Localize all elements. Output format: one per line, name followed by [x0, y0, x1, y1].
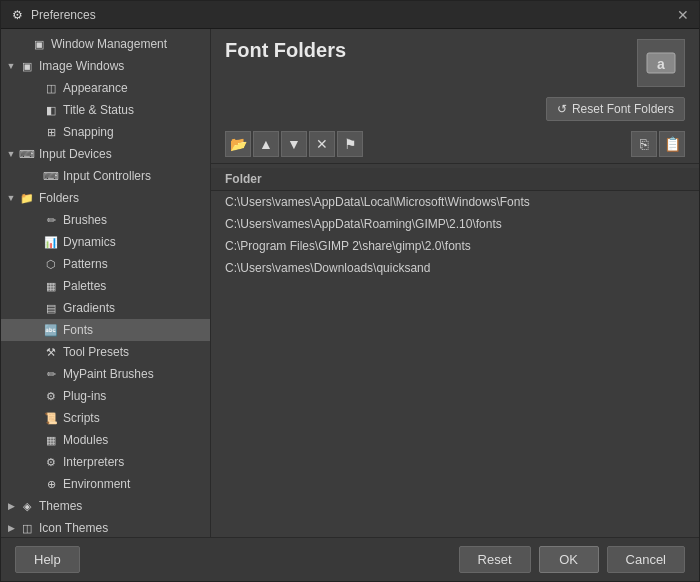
sidebar-item-tool-presets[interactable]: ⚒Tool Presets [1, 341, 210, 363]
sidebar-item-dynamics[interactable]: 📊Dynamics [1, 231, 210, 253]
tree-icon-patterns: ⬡ [43, 256, 59, 272]
sidebar-item-folders[interactable]: ▼📁Folders [1, 187, 210, 209]
tree-icon-folders: 📁 [19, 190, 35, 206]
folder-row-1[interactable]: C:\Users\vames\AppData\Roaming\GIMP\2.10… [211, 213, 699, 235]
paste-button[interactable]: 📋 [659, 131, 685, 157]
sidebar-item-mypaint-brushes[interactable]: ✏MyPaint Brushes [1, 363, 210, 385]
sidebar-item-title-status[interactable]: ◧Title & Status [1, 99, 210, 121]
sidebar-item-modules[interactable]: ▦Modules [1, 429, 210, 451]
delete-button[interactable]: ✕ [309, 131, 335, 157]
sidebar-item-plug-ins[interactable]: ⚙Plug-ins [1, 385, 210, 407]
sidebar-label-input-devices: Input Devices [39, 147, 112, 161]
tree-icon-modules: ▦ [43, 432, 59, 448]
sidebar-label-snapping: Snapping [63, 125, 114, 139]
tree-icon-mypaint-brushes: ✏ [43, 366, 59, 382]
flag-button[interactable]: ⚑ [337, 131, 363, 157]
sidebar-item-patterns[interactable]: ⬡Patterns [1, 253, 210, 275]
header-actions: a ↺ Reset Font Folders [546, 39, 685, 121]
folder-toolbar: 📂 ▲ ▼ ✕ ⚑ ⎘ 📋 [211, 125, 699, 164]
close-button[interactable]: ✕ [675, 7, 691, 23]
sidebar-item-input-devices[interactable]: ▼⌨Input Devices [1, 143, 210, 165]
help-button[interactable]: Help [15, 546, 80, 573]
bottom-right: Reset OK Cancel [459, 546, 685, 573]
folder-row-0[interactable]: C:\Users\vames\AppData\Local\Microsoft\W… [211, 191, 699, 213]
move-down-button[interactable]: ▼ [281, 131, 307, 157]
expand-arrow [29, 456, 41, 468]
sidebar-item-fonts[interactable]: 🔤Fonts [1, 319, 210, 341]
sidebar-item-brushes[interactable]: ✏Brushes [1, 209, 210, 231]
sidebar-label-scripts: Scripts [63, 411, 100, 425]
tree-icon-window-mgmt: ▣ [31, 36, 47, 52]
expand-arrow: ▼ [5, 148, 17, 160]
sidebar-label-brushes: Brushes [63, 213, 107, 227]
sidebar-item-scripts[interactable]: 📜Scripts [1, 407, 210, 429]
delete-icon: ✕ [316, 136, 328, 152]
expand-arrow: ▶ [5, 522, 17, 534]
tree-icon-dynamics: 📊 [43, 234, 59, 250]
sidebar-label-dynamics: Dynamics [63, 235, 116, 249]
paste-icon: 📋 [664, 136, 681, 152]
bottom-bar: Help Reset OK Cancel [1, 537, 699, 581]
tree-icon-appearance: ◫ [43, 80, 59, 96]
tree-icon-environment: ⊕ [43, 476, 59, 492]
ok-button[interactable]: OK [539, 546, 599, 573]
copy-button[interactable]: ⎘ [631, 131, 657, 157]
svg-text:a: a [657, 56, 665, 72]
sidebar-item-environment[interactable]: ⊕Environment [1, 473, 210, 495]
expand-arrow [29, 346, 41, 358]
sidebar-item-themes[interactable]: ▶◈Themes [1, 495, 210, 517]
expand-arrow [29, 368, 41, 380]
expand-arrow: ▼ [5, 60, 17, 72]
panel-header: Font Folders a ↺ Reset Font Folders [211, 29, 699, 125]
folder-row-3[interactable]: C:\Users\vames\Downloads\quicksand [211, 257, 699, 279]
sidebar-item-icon-themes[interactable]: ▶◫Icon Themes [1, 517, 210, 537]
sidebar-item-interpreters[interactable]: ⚙Interpreters [1, 451, 210, 473]
reset-icon: ↺ [557, 102, 567, 116]
tree-icon-brushes: ✏ [43, 212, 59, 228]
reset-button[interactable]: Reset [459, 546, 531, 573]
add-folder-button[interactable]: 📂 [225, 131, 251, 157]
cancel-button[interactable]: Cancel [607, 546, 685, 573]
sidebar-item-gradients[interactable]: ▤Gradients [1, 297, 210, 319]
expand-arrow [29, 126, 41, 138]
sidebar-label-appearance: Appearance [63, 81, 128, 95]
sidebar-item-window-mgmt[interactable]: ▣Window Management [1, 33, 210, 55]
tree-icon-image-windows: ▣ [19, 58, 35, 74]
sidebar-item-snapping[interactable]: ⊞Snapping [1, 121, 210, 143]
flag-icon: ⚑ [344, 136, 357, 152]
tree-icon-snapping: ⊞ [43, 124, 59, 140]
expand-arrow [29, 434, 41, 446]
copy-icon: ⎘ [640, 136, 648, 152]
tree-icon-input-controllers: ⌨ [43, 168, 59, 184]
font-icon-svg: a [645, 47, 677, 79]
expand-arrow [29, 82, 41, 94]
up-arrow-icon: ▲ [259, 136, 273, 152]
sidebar-label-modules: Modules [63, 433, 108, 447]
window-title: Preferences [31, 8, 675, 22]
sidebar-label-image-windows: Image Windows [39, 59, 124, 73]
sidebar-label-mypaint-brushes: MyPaint Brushes [63, 367, 154, 381]
expand-arrow [29, 478, 41, 490]
sidebar-label-icon-themes: Icon Themes [39, 521, 108, 535]
sidebar-label-environment: Environment [63, 477, 130, 491]
expand-arrow [29, 390, 41, 402]
expand-arrow [29, 324, 41, 336]
sidebar-item-palettes[interactable]: ▦Palettes [1, 275, 210, 297]
sidebar-label-fonts: Fonts [63, 323, 93, 337]
sidebar-label-patterns: Patterns [63, 257, 108, 271]
move-up-button[interactable]: ▲ [253, 131, 279, 157]
main-panel: Font Folders a ↺ Reset Font Folders [211, 29, 699, 537]
expand-arrow [29, 104, 41, 116]
expand-arrow [29, 302, 41, 314]
reset-label: Reset Font Folders [572, 102, 674, 116]
sidebar-item-appearance[interactable]: ◫Appearance [1, 77, 210, 99]
sidebar-label-gradients: Gradients [63, 301, 115, 315]
title-bar: ⚙ Preferences ✕ [1, 1, 699, 29]
tree-icon-icon-themes: ◫ [19, 520, 35, 536]
reset-font-folders-button[interactable]: ↺ Reset Font Folders [546, 97, 685, 121]
sidebar-item-image-windows[interactable]: ▼▣Image Windows [1, 55, 210, 77]
sidebar-item-input-controllers[interactable]: ⌨Input Controllers [1, 165, 210, 187]
bottom-left: Help [15, 546, 80, 573]
expand-arrow [29, 170, 41, 182]
folder-row-2[interactable]: C:\Program Files\GIMP 2\share\gimp\2.0\f… [211, 235, 699, 257]
